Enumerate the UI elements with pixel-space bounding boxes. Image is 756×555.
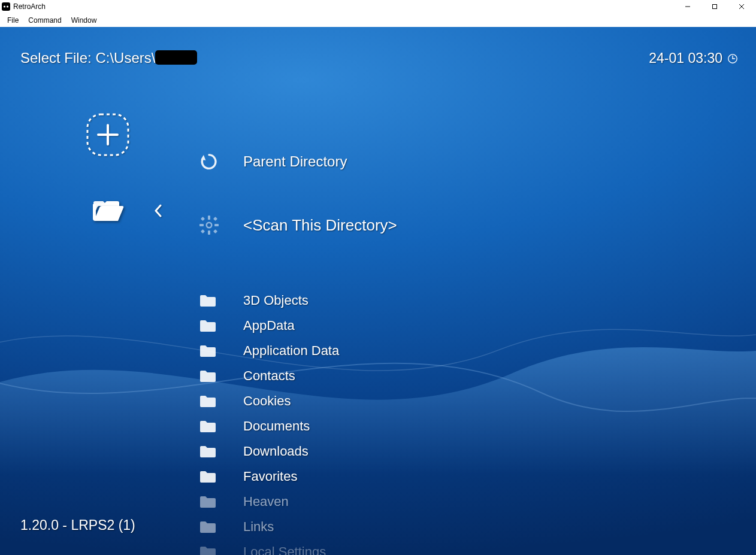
- scan-directory-item[interactable]: <Scan This Directory>: [199, 193, 732, 257]
- clock: 24-01 03:30: [649, 50, 738, 66]
- gear-icon: [199, 215, 219, 235]
- svg-point-2: [7, 5, 8, 7]
- svg-rect-4: [712, 5, 716, 9]
- titlebar: RetroArch: [0, 0, 756, 13]
- folder-item[interactable]: Application Data: [199, 338, 732, 363]
- folder-item[interactable]: AppData: [199, 313, 732, 338]
- clock-icon: [727, 53, 738, 64]
- folder-label: Heaven: [243, 494, 289, 509]
- undo-icon: [199, 151, 219, 172]
- parent-directory-item[interactable]: Parent Directory: [199, 130, 732, 193]
- path-redacted: [155, 50, 197, 65]
- folder-icon: [199, 292, 217, 310]
- maximize-button[interactable]: [701, 0, 728, 13]
- scan-directory-label: <Scan This Directory>: [243, 216, 397, 235]
- plus-dashed-icon: [84, 111, 132, 159]
- menubar: File Command Window: [0, 13, 756, 27]
- svg-rect-19: [201, 217, 205, 221]
- file-list: Parent Directory: [199, 130, 732, 555]
- svg-rect-15: [208, 216, 210, 220]
- svg-rect-21: [201, 229, 205, 233]
- folder-icon: [199, 543, 217, 555]
- folder-label: 3D Objects: [243, 293, 309, 308]
- folder-icon: [199, 442, 217, 460]
- svg-marker-13: [201, 155, 205, 160]
- folder-item[interactable]: Links: [199, 514, 732, 539]
- menu-window[interactable]: Window: [66, 15, 102, 26]
- menu-command[interactable]: Command: [23, 15, 66, 26]
- svg-rect-0: [2, 2, 10, 11]
- svg-point-23: [207, 223, 211, 227]
- folder-item[interactable]: Contacts: [199, 363, 732, 389]
- svg-rect-18: [214, 224, 219, 226]
- folder-icon: [199, 392, 217, 410]
- app-icon: [1, 2, 11, 11]
- folder-icon: [199, 367, 217, 385]
- import-content-tab[interactable]: [84, 111, 132, 159]
- minimize-button[interactable]: [674, 0, 701, 13]
- svg-rect-17: [199, 224, 204, 226]
- svg-rect-22: [213, 229, 217, 233]
- folder-label: Application Data: [243, 343, 339, 359]
- folder-item[interactable]: Cookies: [199, 389, 732, 414]
- folder-icon: [199, 518, 217, 536]
- close-button[interactable]: [728, 0, 755, 13]
- parent-directory-label: Parent Directory: [243, 153, 347, 170]
- folder-icon: [199, 468, 217, 486]
- window-title: RetroArch: [13, 2, 46, 11]
- folder-label: Links: [243, 519, 274, 535]
- menu-file[interactable]: File: [2, 15, 23, 26]
- svg-rect-16: [208, 231, 210, 235]
- folder-label: AppData: [243, 318, 295, 333]
- folder-label: Contacts: [243, 368, 295, 384]
- folder-label: Cookies: [243, 393, 291, 409]
- header: Select File: C:\Users\ 24-01 03:30: [20, 50, 738, 66]
- folder-icon: [199, 342, 217, 360]
- folder-item[interactable]: 3D Objects: [199, 288, 732, 313]
- folder-icon: [199, 493, 217, 511]
- chevron-left-icon: [153, 204, 164, 217]
- svg-rect-20: [213, 217, 217, 221]
- svg-point-1: [4, 5, 5, 7]
- version-label: 1.20.0 - LRPS2 (1): [20, 517, 135, 533]
- clock-text: 24-01 03:30: [649, 50, 722, 66]
- folder-item[interactable]: Downloads: [199, 439, 732, 464]
- folder-icon: [199, 317, 217, 335]
- folder-item[interactable]: Heaven: [199, 489, 732, 514]
- folder-item[interactable]: Documents: [199, 414, 732, 439]
- folder-item[interactable]: Favorites: [199, 464, 732, 489]
- folder-icon: [199, 417, 217, 435]
- folder-label: Documents: [243, 418, 310, 434]
- path-label: Select File: C:\Users\: [20, 50, 155, 66]
- folder-label: Local Settings: [243, 544, 326, 555]
- folder-label: Downloads: [243, 444, 309, 459]
- app-viewport: Select File: C:\Users\ 24-01 03:30: [0, 27, 756, 555]
- current-folder-icon: [91, 198, 125, 222]
- folder-label: Favorites: [243, 469, 297, 484]
- folder-item[interactable]: Local Settings: [199, 539, 732, 555]
